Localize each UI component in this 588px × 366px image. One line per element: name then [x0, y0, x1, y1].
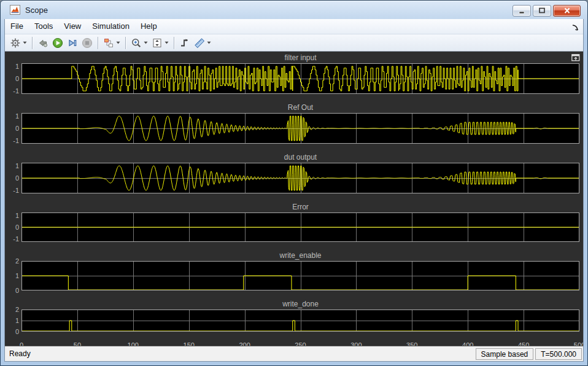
- y-tick-label: 0: [15, 125, 19, 132]
- menu-bar: FileToolsViewSimulationHelp: [5, 19, 583, 34]
- x-tick-label: 500: [574, 341, 583, 346]
- undock-arrow-icon[interactable]: [571, 23, 579, 30]
- minimize-icon: [518, 7, 525, 14]
- toolbar-separator: [174, 37, 174, 49]
- x-tick-label: 200: [239, 341, 250, 346]
- y-tick-label: -1: [13, 88, 19, 95]
- scope-display-area: filter input10-1Ref Out10-1dut output10-…: [5, 52, 583, 346]
- y-tick-label: -1: [13, 187, 19, 194]
- y-tick-label: 1: [15, 273, 19, 279]
- status-sim-time: T=500.000: [535, 348, 582, 360]
- zoom-in-icon: [131, 37, 142, 49]
- expand-plots-button[interactable]: [571, 53, 581, 62]
- menu-item-tools[interactable]: Tools: [29, 19, 58, 34]
- status-message: Ready: [6, 349, 474, 358]
- y-tick-label: 0: [15, 287, 19, 294]
- step-back-button[interactable]: [36, 36, 50, 50]
- dropdown-caret-icon[interactable]: [116, 41, 120, 44]
- menu-item-help[interactable]: Help: [135, 19, 163, 34]
- plot-canvas-dut_output[interactable]: [21, 163, 579, 193]
- y-axis-dut_output: 10-1: [5, 163, 21, 193]
- toolbar: [5, 34, 583, 52]
- signal-selector-button[interactable]: [101, 36, 122, 50]
- menu-items: FileToolsViewSimulationHelp: [5, 19, 163, 34]
- x-tick-label: 350: [406, 341, 417, 346]
- scope-app-icon: [10, 5, 21, 15]
- x-tick-label: 400: [462, 341, 473, 346]
- dropdown-caret-icon[interactable]: [207, 41, 211, 44]
- stop-icon: [82, 37, 93, 49]
- subplot-title-dut_output: dut output: [21, 153, 579, 163]
- dropdown-caret-icon[interactable]: [23, 41, 27, 44]
- status-sample-mode: Sample based: [476, 348, 534, 360]
- maximize-button[interactable]: [533, 5, 551, 17]
- plot-canvas-ref_out[interactable]: [21, 113, 579, 144]
- dropdown-caret-icon[interactable]: [164, 41, 169, 44]
- fit-axes-icon: [152, 37, 163, 49]
- dropdown-caret-icon[interactable]: [144, 41, 148, 44]
- x-axis: 050100150200250300350400450500: [5, 341, 583, 346]
- ruler-icon: [194, 37, 205, 49]
- y-tick-label: 1: [15, 212, 19, 219]
- y-tick-label: 1: [15, 317, 19, 324]
- x-tick-label: 0: [20, 341, 23, 346]
- subplot-write_done: write_done210: [5, 300, 583, 332]
- zoom-in-button[interactable]: [129, 36, 150, 50]
- plot-canvas-write_enable[interactable]: [21, 261, 579, 290]
- window-controls: [513, 5, 581, 17]
- step-back-icon: [37, 37, 48, 49]
- y-tick-label: 1: [15, 163, 19, 169]
- x-tick-label: 100: [128, 341, 139, 346]
- y-axis-error: 10-1: [5, 212, 21, 242]
- subplot-title-error: Error: [21, 203, 579, 212]
- x-tick-label: 300: [350, 341, 362, 346]
- y-tick-label: 0: [15, 329, 19, 335]
- menu-item-view[interactable]: View: [58, 19, 87, 34]
- settings-button[interactable]: [8, 36, 29, 50]
- y-tick-label: 0: [15, 76, 19, 82]
- subplot-filter_input: filter input10-1: [5, 53, 583, 94]
- y-tick-label: 0: [15, 224, 19, 231]
- toolbar-separator: [32, 37, 33, 49]
- plot-canvas-filter_input[interactable]: [21, 63, 579, 94]
- x-tick-label: 150: [184, 341, 195, 346]
- toolbar-separator: [125, 37, 126, 49]
- stop-button[interactable]: [80, 36, 95, 50]
- y-tick-label: 0: [15, 175, 19, 182]
- subplot-error: Error10-1: [5, 203, 583, 242]
- y-tick-label: 1: [15, 113, 19, 120]
- run-button[interactable]: [50, 36, 65, 50]
- menu-item-simulation[interactable]: Simulation: [87, 19, 135, 34]
- subplot-title-write_enable: write_enable: [21, 251, 579, 261]
- trigger-icon: [179, 37, 190, 49]
- signal-blocks-icon: [103, 37, 114, 49]
- plots-container: filter input10-1Ref Out10-1dut output10-…: [5, 53, 583, 332]
- x-tick-label: 50: [74, 341, 81, 346]
- maximize-icon: [538, 7, 546, 14]
- close-icon: [563, 7, 571, 14]
- minimize-button[interactable]: [513, 5, 531, 17]
- subplot-title-filter_input: filter input: [21, 53, 579, 63]
- scope-window: Scope FileToolsViewSimulationHelp fil: [0, 0, 588, 366]
- subplot-title-write_done: write_done: [21, 300, 579, 310]
- y-tick-label: 2: [15, 306, 19, 313]
- menu-item-file[interactable]: File: [5, 19, 29, 34]
- fit-to-view-button[interactable]: [150, 36, 171, 50]
- step-forward-button[interactable]: [65, 36, 80, 50]
- trigger-button[interactable]: [177, 36, 192, 50]
- y-tick-label: -1: [13, 236, 19, 243]
- plot-canvas-error[interactable]: [21, 212, 579, 242]
- measurements-button[interactable]: [192, 36, 213, 50]
- close-button[interactable]: [553, 5, 581, 17]
- plot-canvas-write_done[interactable]: [21, 310, 579, 332]
- title-bar[interactable]: Scope: [4, 1, 584, 19]
- play-icon: [52, 37, 63, 49]
- x-tick-label: 450: [518, 341, 529, 346]
- step-forward-icon: [67, 37, 78, 49]
- y-tick-label: 2: [15, 258, 19, 265]
- y-axis-write_enable: 210: [5, 261, 21, 290]
- window-content: FileToolsViewSimulationHelp filter input…: [4, 19, 584, 362]
- x-tick-label: 250: [295, 341, 306, 346]
- subplot-title-ref_out: Ref Out: [21, 103, 579, 113]
- window-title: Scope: [25, 6, 48, 15]
